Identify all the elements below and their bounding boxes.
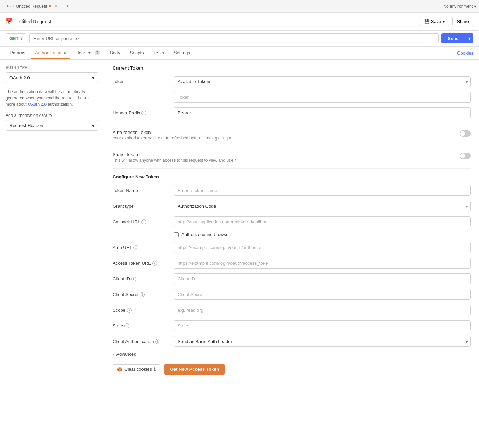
auth-hint: The authorization data will be automatic… — [6, 89, 98, 107]
url-input[interactable] — [29, 33, 439, 43]
token-select-wrap: Available Tokens ▾ — [174, 76, 471, 87]
app-header: 📅 Untitled Request 💾 Save ▾ Share — [0, 13, 479, 31]
close-tab-icon[interactable]: ✕ — [54, 4, 58, 9]
state-info-icon[interactable]: ℹ — [124, 323, 129, 328]
share-token-row: Share Token This will allow anyone with … — [113, 152, 471, 163]
save-button[interactable]: 💾 Save ▾ — [420, 17, 450, 26]
clear-cookies-button[interactable]: 🍪 Clear cookies ℹ — [113, 364, 160, 374]
callback-url-input[interactable] — [174, 216, 471, 227]
token-select[interactable]: Available Tokens — [174, 76, 471, 87]
send-arrow[interactable]: ▾ — [465, 33, 473, 43]
authorize-browser-row: Authorize using browser — [174, 232, 471, 237]
send-button[interactable]: Send ▾ — [441, 33, 473, 43]
get-token-label: Get New Access Token — [170, 367, 219, 372]
token-name-row: Token Name — [113, 185, 471, 196]
cookies-button[interactable]: Cookies — [457, 48, 473, 58]
left-panel: Auth Type OAuth 2.0 ▾ The authorization … — [0, 60, 104, 446]
request-icon: 📅 — [6, 18, 13, 25]
tab-body[interactable]: Body — [106, 47, 124, 59]
client-secret-label: Client Secret ℹ — [113, 292, 168, 297]
tab-params[interactable]: Params — [6, 47, 30, 59]
share-token-toggle[interactable] — [460, 153, 471, 159]
auth-type-label: Auth Type — [6, 65, 98, 70]
configure-token-title: Configure New Token — [113, 174, 471, 179]
auth-url-input[interactable] — [174, 242, 471, 253]
auth-type-select[interactable]: OAuth 2.0 ▾ — [6, 72, 98, 83]
client-auth-row: Client Authentication ℹ Send as Basic Au… — [113, 336, 471, 347]
auto-refresh-toggle[interactable] — [460, 130, 471, 137]
client-id-label: Client ID ℹ — [113, 276, 168, 281]
header-prefix-row: Header Prefix ℹ — [113, 107, 471, 118]
request-tabs: Params Authorization Headers 7 Body Scri… — [0, 47, 479, 60]
auth-url-info-icon[interactable]: ℹ — [133, 245, 138, 250]
client-secret-input[interactable] — [174, 289, 471, 300]
token-input[interactable] — [174, 92, 471, 103]
state-input[interactable] — [174, 320, 471, 331]
client-secret-info-icon[interactable]: ℹ — [140, 292, 145, 297]
current-token-title: Current Token — [113, 65, 471, 71]
right-panel: Current Token Token Available Tokens ▾ H… — [104, 60, 479, 446]
share-button[interactable]: Share — [452, 17, 473, 26]
authorize-browser-label: Authorize using browser — [181, 232, 230, 237]
scope-row: Scope ℹ — [113, 305, 471, 315]
add-tab-button[interactable]: + — [62, 0, 73, 13]
main-content: Auth Type OAuth 2.0 ▾ The authorization … — [0, 60, 479, 446]
share-token-desc: This will allow anyone with access to th… — [113, 158, 454, 163]
scope-info-icon[interactable]: ℹ — [127, 308, 132, 313]
scope-input[interactable] — [174, 305, 471, 315]
auto-refresh-knob — [460, 131, 465, 136]
header-prefix-input[interactable] — [174, 107, 471, 118]
callback-url-info-icon[interactable]: ℹ — [141, 219, 146, 224]
environment-selector[interactable]: No environment ▾ — [443, 4, 476, 9]
tab-scripts[interactable]: Scripts — [126, 47, 148, 59]
tab-headers[interactable]: Headers 7 — [71, 47, 104, 59]
bottom-actions: 🍪 Clear cookies ℹ Get New Access Token — [113, 364, 471, 375]
save-icon: 💾 — [424, 19, 430, 24]
state-label: State ℹ — [113, 323, 168, 328]
client-auth-info-icon[interactable]: ℹ — [155, 339, 160, 344]
access-token-url-input[interactable] — [174, 258, 471, 269]
client-id-info-icon[interactable]: ℹ — [131, 277, 136, 281]
tab-settings[interactable]: Settings — [170, 47, 194, 59]
tab-bar: GET Untitled Request ✕ + No environment … — [0, 0, 479, 13]
get-new-access-token-button[interactable]: Get New Access Token — [164, 364, 225, 375]
grant-type-row: Grant type Authorization Code ▾ — [113, 201, 471, 211]
auth-type-value: OAuth 2.0 — [9, 75, 30, 80]
advanced-label: Advanced — [116, 352, 136, 357]
add-auth-to-select[interactable]: Request Headers ▾ — [6, 120, 98, 131]
add-tab-icon: + — [66, 4, 69, 9]
active-tab[interactable]: GET Untitled Request ✕ — [3, 0, 62, 13]
callback-url-row: Callback URL ℹ — [113, 216, 471, 227]
access-token-url-info-icon[interactable]: ℹ — [152, 261, 157, 266]
authorize-browser-checkbox[interactable] — [174, 232, 179, 237]
advanced-toggle[interactable]: › Advanced — [113, 352, 471, 357]
env-label: No environment — [443, 4, 473, 9]
auto-refresh-desc: Your expired token will be auto-refreshe… — [113, 136, 454, 141]
tab-tests[interactable]: Tests — [149, 47, 168, 59]
method-select[interactable]: GET ▾ — [6, 33, 26, 43]
client-id-row: Client ID ℹ — [113, 273, 471, 284]
send-label: Send — [441, 33, 465, 43]
share-token-title: Share Token — [113, 152, 454, 157]
oauth-link[interactable]: OAuth 2.0 — [28, 102, 47, 107]
tab-authorization[interactable]: Authorization — [31, 47, 70, 59]
save-dropdown-arrow[interactable]: ▾ — [443, 19, 445, 24]
clear-cookies-info-icon[interactable]: ℹ — [154, 367, 156, 372]
auto-refresh-row: Auto-refresh Token Your expired token wi… — [113, 130, 471, 141]
header-prefix-info-icon[interactable]: ℹ — [141, 111, 146, 115]
add-auth-value: Request Headers — [9, 123, 44, 128]
tab-title: Untitled Request — [16, 4, 47, 9]
grant-type-select[interactable]: Authorization Code — [174, 201, 471, 211]
client-auth-select[interactable]: Send as Basic Auth header — [174, 336, 471, 347]
access-token-url-label: Access Token URL ℹ — [113, 261, 168, 266]
token-input-row — [113, 92, 471, 103]
client-id-input[interactable] — [174, 273, 471, 284]
token-name-input[interactable] — [174, 185, 471, 196]
tab-bar-right: No environment ▾ — [443, 4, 476, 9]
grant-type-select-wrap: Authorization Code ▾ — [174, 201, 471, 211]
request-title-area: 📅 Untitled Request — [6, 18, 420, 25]
authorization-active-dot — [64, 52, 66, 54]
divider-3 — [113, 168, 471, 169]
header-prefix-label: Header Prefix ℹ — [113, 110, 168, 115]
access-token-url-row: Access Token URL ℹ — [113, 258, 471, 269]
